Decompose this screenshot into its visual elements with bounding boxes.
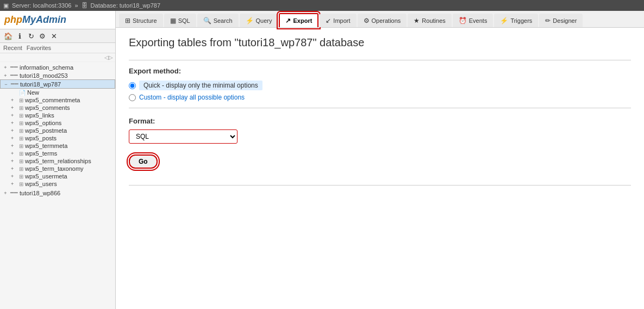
table-toggle: +: [11, 143, 17, 149]
toggle-icon: −: [3, 81, 9, 88]
table-toggle: +: [11, 158, 17, 164]
db-label: tutori18_mood253: [20, 72, 68, 79]
server-icon: ▣: [3, 2, 9, 9]
table-icon: ⊞: [19, 143, 23, 149]
collapse-handle[interactable]: ◁▷: [0, 53, 115, 62]
settings-icon[interactable]: ⚙: [37, 31, 47, 41]
tab-triggers[interactable]: ⚡ Triggers: [494, 14, 538, 27]
divider-middle: [129, 108, 631, 108]
recent-favorites-bar: Recent Favorites: [0, 43, 115, 53]
tab-label: Import: [333, 17, 350, 24]
toggle-icon: +: [2, 64, 9, 71]
table-item-term-relationships[interactable]: + ⊞ wpx5_term_relationships: [0, 157, 115, 165]
db-label: tutori18_wp866: [20, 190, 60, 196]
tab-query[interactable]: ⚡ Query: [240, 14, 278, 27]
tab-operations[interactable]: ⚙ Operations: [358, 14, 407, 27]
table-item-termmeta[interactable]: + ⊞ wpx5_termmeta: [0, 142, 115, 150]
pma-logo: phpMyAdmin: [4, 14, 66, 25]
db-item-wp866[interactable]: + ━━ tutori18_wp866: [0, 189, 115, 197]
page-title: Exporting tables from "tutori18_wp787" d…: [129, 36, 631, 49]
table-item-new[interactable]: 📄 New: [0, 89, 115, 96]
table-label: wpx5_links: [25, 112, 54, 119]
table-label: wpx5_options: [25, 120, 61, 126]
table-toggle: +: [11, 166, 17, 171]
table-item-links[interactable]: + ⊞ wpx5_links: [0, 112, 115, 119]
refresh-icon[interactable]: ↻: [26, 31, 36, 41]
table-item-options[interactable]: + ⊞ wpx5_options: [0, 119, 115, 127]
tab-label: Events: [469, 17, 487, 24]
table-item-postmeta[interactable]: + ⊞ wpx5_postmeta: [0, 127, 115, 134]
tab-search[interactable]: 🔍 Search: [197, 14, 239, 27]
export-icon: ↗: [285, 17, 291, 24]
home-icon[interactable]: 🏠: [3, 31, 13, 41]
table-icon: 📄: [19, 90, 26, 96]
tab-events[interactable]: ⏰ Events: [453, 14, 493, 27]
db-item-mood253[interactable]: + ━━ tutori18_mood253: [0, 71, 115, 79]
exit-icon[interactable]: ✕: [49, 31, 59, 41]
database-icon: 🗄: [82, 2, 87, 9]
tab-import[interactable]: ↙ Import: [320, 14, 356, 27]
tab-label: Triggers: [510, 17, 532, 24]
tab-label: Structure: [133, 17, 157, 24]
structure-icon: ⊞: [125, 17, 130, 24]
tab-export[interactable]: ↗ Export: [279, 13, 318, 27]
table-icon: ⊞: [19, 105, 23, 111]
main-panel: ⊞ Structure ▦ SQL 🔍 Search ⚡ Query ↗ Exp…: [116, 11, 644, 309]
info-icon[interactable]: ℹ: [15, 31, 24, 41]
db-icon: ━━: [10, 189, 18, 196]
table-label: wpx5_usermeta: [25, 173, 67, 180]
search-icon: 🔍: [203, 17, 211, 24]
table-label: New: [27, 89, 39, 96]
custom-option-label[interactable]: Custom - display all possible options: [139, 94, 245, 101]
table-item-comments[interactable]: + ⊞ wpx5_comments: [0, 104, 115, 112]
db-label: tutori18_wp787: [20, 81, 61, 88]
table-item-term-taxonomy[interactable]: + ⊞ wpx5_term_taxonomy: [0, 165, 115, 172]
tab-sql[interactable]: ▦ SQL: [164, 14, 196, 27]
custom-option: Custom - display all possible options: [129, 94, 631, 101]
server-label: Server: localhost:3306: [12, 2, 71, 9]
table-label: wpx5_term_relationships: [25, 158, 91, 164]
table-item-usermeta[interactable]: + ⊞ wpx5_usermeta: [0, 172, 115, 180]
db-tree: + ━━ information_schema + ━━ tutori18_mo…: [0, 62, 115, 309]
table-item-terms[interactable]: + ⊞ wpx5_terms: [0, 150, 115, 157]
quick-radio[interactable]: [129, 82, 136, 89]
quick-option-label[interactable]: Quick - display only the minimal options: [139, 81, 262, 90]
go-button[interactable]: Go: [129, 154, 158, 169]
format-select[interactable]: SQL CSV JSON XML Excel: [129, 129, 237, 144]
table-item-commentmeta[interactable]: + ⊞ wpx5_commentmeta: [0, 96, 115, 104]
db-item-wp787[interactable]: − ━━ tutori18_wp787: [0, 79, 115, 89]
table-toggle: +: [11, 120, 17, 126]
table-icon: ⊞: [19, 97, 23, 103]
tab-designer[interactable]: ✏ Designer: [539, 14, 583, 27]
routines-icon: ★: [414, 17, 420, 24]
query-icon: ⚡: [246, 17, 254, 24]
nav-tabs: ⊞ Structure ▦ SQL 🔍 Search ⚡ Query ↗ Exp…: [116, 11, 644, 28]
divider-bottom: [129, 185, 631, 186]
table-item-users[interactable]: + ⊞ wpx5_users: [0, 180, 115, 188]
tab-label: Query: [256, 17, 272, 24]
tab-label: Operations: [372, 17, 401, 24]
tab-routines[interactable]: ★ Routines: [408, 14, 451, 27]
table-label: wpx5_users: [25, 181, 57, 187]
content-area: Exporting tables from "tutori18_wp787" d…: [116, 28, 644, 309]
table-item-posts[interactable]: + ⊞ wpx5_posts: [0, 134, 115, 142]
tab-label: Export: [293, 17, 312, 24]
table-label: wpx5_commentmeta: [25, 97, 80, 103]
export-method-label: Export method:: [129, 67, 631, 75]
tab-label: Routines: [422, 17, 445, 24]
db-item-information-schema[interactable]: + ━━ information_schema: [0, 63, 115, 71]
db-label: information_schema: [20, 64, 73, 71]
table-toggle: +: [11, 151, 17, 156]
custom-radio[interactable]: [129, 94, 136, 101]
table-label: wpx5_comments: [25, 104, 70, 111]
table-icon: ⊞: [19, 135, 23, 141]
tab-label: SQL: [178, 17, 190, 24]
table-label: wpx5_posts: [25, 135, 57, 141]
events-icon: ⏰: [459, 17, 467, 24]
recent-link[interactable]: Recent: [3, 45, 22, 51]
table-label: wpx5_term_taxonomy: [25, 165, 84, 172]
favorites-link[interactable]: Favorites: [27, 45, 51, 51]
database-label: Database: tutori18_wp787: [91, 2, 160, 9]
tab-structure[interactable]: ⊞ Structure: [119, 14, 163, 27]
table-icon: ⊞: [19, 174, 23, 180]
